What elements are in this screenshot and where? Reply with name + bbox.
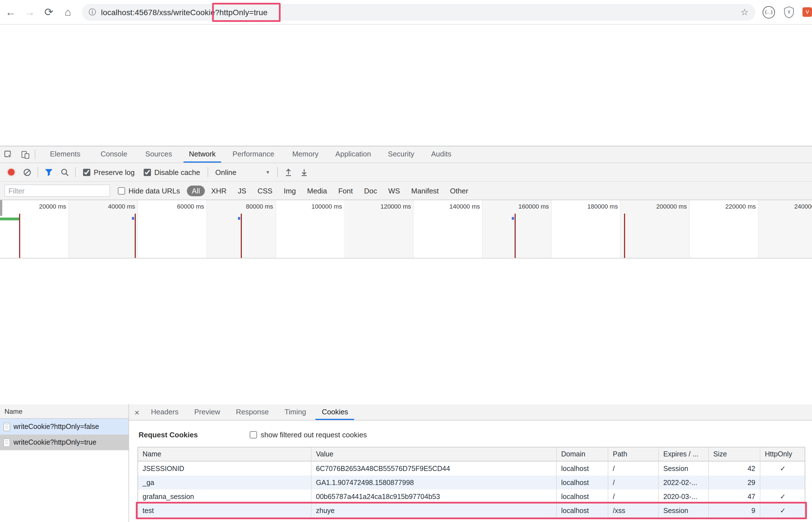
requests-name-header[interactable]: Name [0,404,129,419]
timeline-band: 180000 ms [552,200,621,258]
tab-cookies[interactable]: Cookies [316,404,354,420]
pill-other[interactable]: Other [445,185,473,196]
forward-icon[interactable]: → [21,4,38,20]
pill-xhr[interactable]: XHR [206,185,231,196]
requests-panel: Name writeCookie?httpOnly=false writeCoo… [0,404,129,522]
cell-expires: 2020-03-... [659,489,709,503]
timeline-band: 240000 ms [759,200,812,258]
network-overview-timeline: 20000 ms 40000 ms 60000 ms 80000 ms 1000… [0,200,812,259]
home-icon[interactable]: ⌂ [59,4,76,20]
hide-data-urls-label: Hide data URLs [129,186,180,195]
dcl-tick [238,217,240,220]
site-info-icon[interactable]: ⓘ [89,7,96,17]
col-name[interactable]: Name [138,447,311,461]
preserve-log-input[interactable] [83,168,90,176]
timeline-tick: 80000 ms [246,203,273,210]
pill-doc[interactable]: Doc [359,185,382,196]
chevron-down-icon: ▼ [266,169,270,175]
request-row-false[interactable]: writeCookie?httpOnly=false [0,419,129,435]
pill-css[interactable]: CSS [253,185,277,196]
col-value[interactable]: Value [311,447,557,461]
pill-font[interactable]: Font [333,185,358,196]
table-row[interactable]: JSESSIONID 6C7076B2653A48CB55576D75F9E5C… [138,461,805,476]
network-body: Name writeCookie?httpOnly=false writeCoo… [0,404,812,522]
table-row-test-cookie[interactable]: test zhuye localhost /xss Session 9 ✓ [138,503,805,518]
request-cookies-table: Name Value Domain Path Expires / ... Siz… [137,447,805,518]
cell-size: 47 [709,489,760,503]
request-name: writeCookie?httpOnly=false [14,423,99,430]
tab-security[interactable]: Security [383,146,420,163]
col-size[interactable]: Size [709,447,760,461]
tab-application[interactable]: Application [330,146,376,163]
tab-network[interactable]: Network [183,146,221,163]
hide-data-urls-input[interactable] [118,187,125,194]
tab-audits[interactable]: Audits [426,146,457,163]
dcl-tick [132,217,134,220]
screen: ← → ⟳ ⌂ ⓘ localhost:45678/xss/writeCooki… [0,0,812,522]
tab-headers[interactable]: Headers [145,404,185,420]
cell-value: zhuye [311,503,557,518]
clear-button[interactable] [19,165,35,179]
show-filtered-input[interactable] [250,431,257,439]
pill-img[interactable]: Img [278,185,301,196]
table-row[interactable]: _ga GA1.1.907472498.1580877998 localhost… [138,476,805,489]
cell-path: / [608,461,659,476]
preserve-log-checkbox[interactable]: Preserve log [83,168,135,176]
tab-response[interactable]: Response [230,404,275,420]
pill-ws[interactable]: WS [383,185,405,196]
cell-httponly: ✓ [760,503,805,518]
network-toolbar: Preserve log Disable cache Online ▼ [0,163,812,182]
disable-cache-checkbox[interactable]: Disable cache [144,168,200,176]
timeline-band: 140000 ms [414,200,483,258]
col-expires[interactable]: Expires / ... [659,447,709,461]
timeline-tick: 140000 ms [449,203,480,210]
inspect-element-icon[interactable] [0,146,17,163]
cell-path: / [608,476,659,489]
show-filtered-checkbox[interactable]: show filtered out request cookies [250,430,367,439]
network-filter-input[interactable] [4,184,110,197]
cell-size: 9 [709,503,760,518]
record-button[interactable] [3,165,19,179]
extension-braces-icon[interactable]: {…} [762,6,775,18]
import-har-icon[interactable] [281,165,296,179]
bookmark-star-icon[interactable]: ☆ [740,7,749,17]
filter-icon[interactable] [41,165,57,179]
cell-size: 29 [709,476,760,489]
tab-elements[interactable]: Elements [44,146,86,163]
tab-timing[interactable]: Timing [278,404,312,420]
cell-expires: Session [659,461,709,476]
extension-shield-icon[interactable]: ¥ [784,6,795,18]
address-bar[interactable]: ⓘ localhost:45678/xss/writeCookie?httpOn… [82,4,755,20]
table-row[interactable]: grafana_session 00b65787a441a24ca18c915b… [138,489,805,503]
export-har-icon[interactable] [296,165,312,179]
reload-icon[interactable]: ⟳ [40,4,57,20]
tab-sources[interactable]: Sources [140,146,178,163]
close-icon[interactable]: × [129,404,145,420]
extension-proxy-icon[interactable]: ⑂ [803,7,812,17]
request-row-true[interactable]: writeCookie?httpOnly=true [0,435,129,450]
back-icon[interactable]: ← [2,4,19,20]
pill-all[interactable]: All [187,185,205,196]
search-icon[interactable] [57,165,72,179]
pill-media[interactable]: Media [302,185,332,196]
pill-js[interactable]: JS [233,185,251,196]
col-httponly[interactable]: HttpOnly [760,447,805,461]
tab-performance[interactable]: Performance [227,146,280,163]
disable-cache-input[interactable] [144,168,151,176]
tab-console[interactable]: Console [95,146,133,163]
col-domain[interactable]: Domain [557,447,608,461]
cell-name: test [138,503,311,518]
throttling-dropdown[interactable]: Online ▼ [211,168,274,176]
cell-name: JSESSIONID [138,461,311,476]
pill-manifest[interactable]: Manifest [406,185,444,196]
col-path[interactable]: Path [608,447,659,461]
device-toolbar-icon[interactable] [17,146,34,163]
timeline-tick: 40000 ms [108,203,135,210]
url-text[interactable]: localhost:45678/xss/writeCookie?httpOnly… [101,7,736,17]
tab-preview[interactable]: Preview [188,404,227,420]
timeline-tick: 100000 ms [311,203,342,210]
hide-data-urls-checkbox[interactable]: Hide data URLs [118,186,180,195]
load-event-line [241,214,242,258]
timeline-tick: 160000 ms [519,203,549,210]
tab-memory[interactable]: Memory [287,146,324,163]
